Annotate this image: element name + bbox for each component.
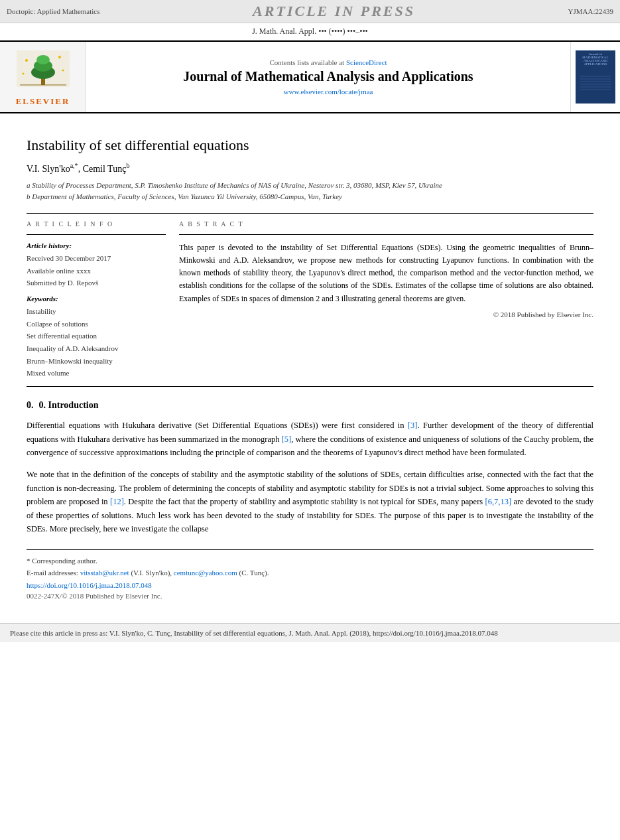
keywords-label: Keywords: — [27, 295, 166, 303]
introduction-heading: 0.0. Introduction — [27, 400, 593, 411]
authors-line: V.I. Slyn'koa,*, Cemil Tunçb — [27, 162, 593, 175]
info-abstract-section: A R T I C L E I N F O Article history: R… — [27, 220, 593, 380]
sciencedirect-link[interactable]: ScienceDirect — [346, 58, 387, 66]
ref-3[interactable]: [3] — [408, 421, 418, 430]
keyword-1: Instability — [27, 305, 166, 318]
svg-point-6 — [25, 59, 28, 62]
journal-header: ELSEVIER Contents lists available at Sci… — [0, 40, 620, 113]
affiliations: a Stability of Processes Department, S.P… — [27, 180, 593, 203]
author-separator: , Cemil Tunç — [78, 164, 127, 174]
history-items: Received 30 December 2017 Available onli… — [27, 252, 166, 289]
author-2-sup: b — [126, 162, 129, 169]
article-info-label: A R T I C L E I N F O — [27, 220, 166, 228]
available-date: Available online xxxx — [27, 265, 166, 277]
divider-1 — [27, 213, 593, 214]
submitted-by: Submitted by D. Repovš — [27, 277, 166, 289]
intro-paragraph-2: We note that in the definition of the co… — [27, 468, 593, 536]
svg-point-7 — [58, 56, 61, 58]
corresponding-label: * Corresponding author. — [27, 557, 97, 565]
sciencedirect-line: Contents lists available at ScienceDirec… — [269, 58, 387, 66]
author-1: V.I. Slyn'ko — [27, 164, 70, 174]
please-cite-text: Please cite this article in press as: V.… — [10, 629, 498, 637]
bottom-bar: Please cite this article in press as: V.… — [0, 623, 620, 642]
ref-6-7-13[interactable]: [6,7,13] — [485, 497, 512, 506]
keyword-5: Brunn–Minkowski inequality — [27, 355, 166, 368]
email-footnote: E-mail addresses: vitsstab@ukr.net (V.I.… — [27, 567, 593, 579]
doctopic-label: Doctopic: Applied Mathematics — [7, 7, 100, 15]
article-title: Instability of set differential equation… — [27, 137, 593, 154]
ref-12[interactable]: [12] — [110, 497, 124, 506]
divider-2 — [27, 386, 593, 387]
affiliation-b: b Department of Mathematics, Faculty of … — [27, 191, 593, 203]
elsevier-wordmark: ELSEVIER — [16, 96, 70, 107]
abstract-column: A B S T R A C T This paper is devoted to… — [179, 220, 593, 380]
top-banner: Doctopic: Applied Mathematics ARTICLE IN… — [0, 0, 620, 23]
received-date: Received 30 December 2017 — [27, 252, 166, 265]
journal-center: Contents lists available at ScienceDirec… — [86, 42, 570, 112]
svg-point-4 — [36, 55, 50, 64]
email-2-name: (C. Tunç). — [239, 569, 269, 577]
email-label: E-mail addresses: — [27, 569, 78, 577]
article-in-press-label: ARTICLE IN PRESS — [253, 3, 415, 20]
divider-abstract — [179, 234, 593, 235]
elsevier-tree-icon — [13, 47, 73, 94]
affiliation-a: a Stability of Processes Department, S.P… — [27, 180, 593, 192]
intro-paragraph-1: Differential equations with Hukuhara der… — [27, 419, 593, 460]
svg-point-9 — [62, 70, 64, 72]
keywords-list: Instability Collapse of solutions Set di… — [27, 305, 166, 380]
article-info-column: A R T I C L E I N F O Article history: R… — [27, 220, 166, 380]
keyword-3: Set differential equation — [27, 330, 166, 342]
svg-point-8 — [22, 73, 24, 75]
keyword-4: Inequality of A.D. Aleksandrov — [27, 342, 166, 355]
corresponding-note: * Corresponding author. — [27, 555, 593, 567]
keyword-2: Collapse of solutions — [27, 318, 166, 330]
keyword-6: Mixed volume — [27, 367, 166, 380]
citation-text: J. Math. Anal. Appl. ••• (••••) •••–••• — [252, 27, 368, 36]
cover-decoration-icon — [579, 66, 612, 96]
svg-rect-10 — [580, 72, 611, 94]
journal-cover-thumbnail: Journal ofMATHEMATICALANALYSIS ANDAPPLIC… — [570, 42, 620, 112]
copyright: © 2018 Published by Elsevier Inc. — [179, 311, 593, 318]
divider-info — [27, 234, 166, 235]
author-1-sup: a,* — [70, 162, 78, 169]
journal-url[interactable]: www.elsevier.com/locate/jmaa — [284, 88, 373, 96]
cover-image: Journal ofMATHEMATICALANALYSIS ANDAPPLIC… — [576, 50, 615, 104]
section-number: 0. — [27, 400, 34, 410]
abstract-label: A B S T R A C T — [179, 220, 593, 228]
email-1-link[interactable]: vitsstab@ukr.net — [80, 569, 129, 577]
ref-5[interactable]: [5] — [282, 435, 292, 444]
abstract-text: This paper is devoted to the instability… — [179, 242, 593, 305]
issn-line: 0022-247X/© 2018 Published by Elsevier I… — [27, 592, 593, 600]
email-1-name: (V.I. Slyn'ko), — [131, 569, 172, 577]
article-id: YJMAA:22439 — [568, 7, 613, 15]
history-label: Article history: — [27, 242, 166, 249]
elsevier-logo: ELSEVIER — [0, 42, 86, 112]
introduction-label: 0. Introduction — [39, 400, 99, 410]
doi-link[interactable]: https://doi.org/10.1016/j.jmaa.2018.07.0… — [27, 581, 593, 589]
journal-title: Journal of Mathematical Analysis and App… — [183, 69, 473, 84]
main-content: Instability of set differential equation… — [0, 113, 620, 616]
citation-line: J. Math. Anal. Appl. ••• (••••) •••–••• — [0, 23, 620, 40]
email-2-link[interactable]: cemtunc@yahoo.com — [174, 569, 237, 577]
footnote-area: * Corresponding author. E-mail addresses… — [27, 549, 593, 600]
